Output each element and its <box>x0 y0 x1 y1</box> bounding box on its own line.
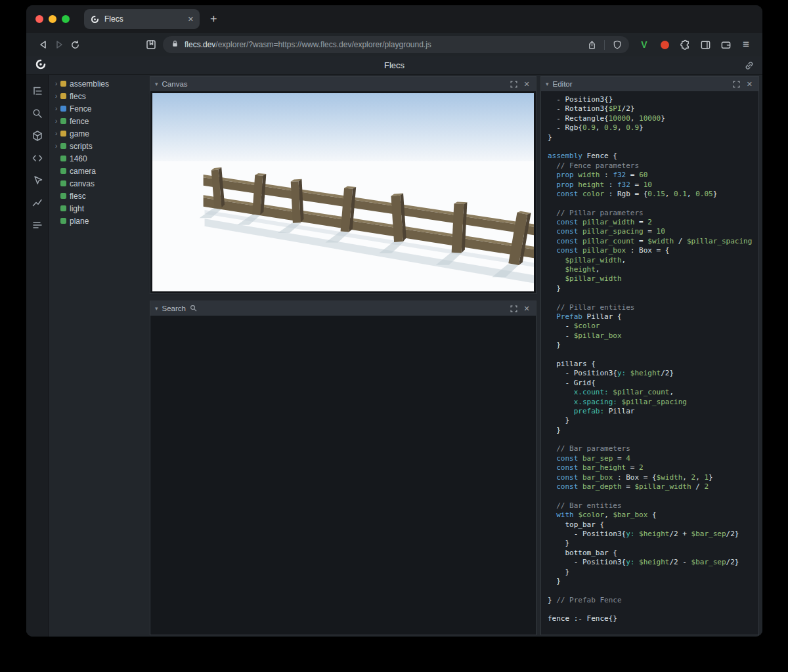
entity-color-square <box>60 156 66 161</box>
url-text[interactable]: flecs.dev/explorer/?wasm=https://www.fle… <box>185 40 584 49</box>
tree-item-game[interactable]: ›game <box>53 127 144 140</box>
entity-color-square <box>60 218 66 224</box>
code-line: } <box>548 133 752 142</box>
entity-color-square <box>60 205 66 211</box>
editor-code[interactable]: - Position3{} - Rotation3{$PI/2} - Recta… <box>541 91 758 635</box>
shield-icon[interactable] <box>609 37 625 52</box>
tree-item-canvas[interactable]: canvas <box>53 177 144 190</box>
close-panel-icon[interactable]: ✕ <box>522 79 531 89</box>
code-line: - $pillar_box <box>548 331 752 341</box>
chevron-right-icon[interactable]: › <box>53 130 60 137</box>
stats-icon[interactable] <box>29 217 46 234</box>
chevron-down-icon[interactable]: ▾ <box>546 81 549 87</box>
code-line: } <box>548 539 752 548</box>
code-line: with $color, $bar_box { <box>548 511 752 520</box>
sidebar-toggle-icon[interactable] <box>698 37 712 52</box>
editor-panel-title: Editor <box>553 80 573 88</box>
chevron-right-icon[interactable]: › <box>53 80 60 87</box>
entity-color-square <box>60 131 66 136</box>
code-line <box>548 199 752 208</box>
entity-tree-icon[interactable] <box>29 83 46 100</box>
extensions-puzzle-icon[interactable] <box>678 37 692 52</box>
reload-button[interactable] <box>67 37 83 52</box>
close-panel-icon[interactable]: ✕ <box>522 304 531 313</box>
main-content: ›assemblies›flecs›Fence›fence›game›scrip… <box>26 75 762 637</box>
code-line: $pillar_width, <box>548 256 752 265</box>
back-button[interactable] <box>35 37 51 52</box>
chevron-right-icon[interactable]: › <box>53 105 60 112</box>
window-zoom-button[interactable] <box>62 15 70 23</box>
tree-item-scripts[interactable]: ›scripts <box>53 140 144 152</box>
tree-item-light[interactable]: light <box>53 202 144 215</box>
share-icon[interactable] <box>584 37 600 52</box>
code-line: // Pillar entities <box>548 303 752 312</box>
code-line: // Fence parameters <box>548 161 752 171</box>
chart-icon[interactable] <box>29 194 46 211</box>
code-line: const pillar_spacing = 10 <box>548 227 752 236</box>
code-line <box>548 142 752 152</box>
canvas-panel-header: ▾ Canvas ✕ <box>150 77 536 91</box>
code-line: } <box>548 426 752 435</box>
chevron-down-icon[interactable]: ▾ <box>155 306 158 312</box>
search-icon[interactable] <box>29 105 46 122</box>
entity-label: assemblies <box>70 79 109 89</box>
tree-item-flecs[interactable]: ›flecs <box>53 90 144 102</box>
code-line: - $color <box>548 322 752 331</box>
code-line: - Position3{y: $height/2 + $bar_sep/2} <box>548 530 752 539</box>
traffic-lights <box>35 15 70 23</box>
code-line: const pillar_width = 2 <box>548 218 752 227</box>
canvas-3d-viewport[interactable] <box>152 93 534 291</box>
code-line: const pillar_box : Box = { <box>548 246 752 255</box>
code-line: bottom_bar { <box>548 549 752 558</box>
bookmark-panel-icon[interactable] <box>143 37 159 52</box>
window-minimize-button[interactable] <box>49 15 56 23</box>
tree-item-assemblies[interactable]: ›assemblies <box>53 77 144 90</box>
code-line: - Rotation3{$PI/2} <box>548 104 752 114</box>
address-bar[interactable]: flecs.dev/explorer/?wasm=https://www.fle… <box>163 36 629 53</box>
wallet-icon[interactable] <box>718 37 733 52</box>
tab-strip: Flecs ✕ + <box>26 5 762 33</box>
tree-item-camera[interactable]: camera <box>53 165 144 177</box>
code-line: // Bar parameters <box>548 444 752 453</box>
code-line: } // Prefab Fence <box>548 596 752 605</box>
code-line <box>548 293 752 303</box>
code-line: top_bar { <box>548 520 752 530</box>
code-line: } <box>548 568 752 577</box>
pill-divider <box>604 40 605 50</box>
close-panel-icon[interactable]: ✕ <box>745 79 754 89</box>
menu-icon[interactable]: ≡ <box>739 37 753 52</box>
forward-button[interactable] <box>51 37 67 52</box>
tree-item-1460[interactable]: 1460 <box>53 152 144 165</box>
page-title: Flecs <box>26 60 762 70</box>
code-icon[interactable] <box>29 150 46 167</box>
tab-close-icon[interactable]: ✕ <box>188 15 194 24</box>
lock-icon[interactable] <box>171 39 179 50</box>
code-line: - Rectangle{10000, 10000} <box>548 114 752 123</box>
code-line <box>548 605 752 614</box>
tree-item-plane[interactable]: plane <box>53 215 144 227</box>
chevron-right-icon[interactable]: › <box>53 142 60 150</box>
tree-item-flesc[interactable]: flesc <box>53 190 144 202</box>
code-line: prefab: Pillar <box>548 407 752 416</box>
expand-panel-icon[interactable] <box>509 304 518 313</box>
new-tab-button[interactable]: + <box>210 13 217 25</box>
code-line: } <box>548 416 752 425</box>
search-results-area[interactable] <box>150 316 536 635</box>
entity-color-square <box>60 143 66 149</box>
chevron-right-icon[interactable]: › <box>53 117 60 125</box>
expand-panel-icon[interactable] <box>732 79 741 89</box>
cube-icon[interactable] <box>29 127 46 144</box>
extension-v-icon[interactable]: V <box>637 37 651 52</box>
entity-label: 1460 <box>70 154 87 163</box>
tree-item-fence[interactable]: ›fence <box>53 115 144 127</box>
expand-panel-icon[interactable] <box>509 79 518 89</box>
entity-color-square <box>60 168 66 174</box>
tree-item-Fence[interactable]: ›Fence <box>53 102 144 115</box>
extension-red-icon[interactable] <box>657 37 672 52</box>
chevron-down-icon[interactable]: ▾ <box>155 81 158 87</box>
browser-tab[interactable]: Flecs ✕ <box>84 9 200 29</box>
chevron-right-icon[interactable]: › <box>53 93 60 100</box>
window-close-button[interactable] <box>35 15 43 23</box>
inspect-icon[interactable] <box>29 172 46 189</box>
app-header: Flecs <box>26 56 762 75</box>
